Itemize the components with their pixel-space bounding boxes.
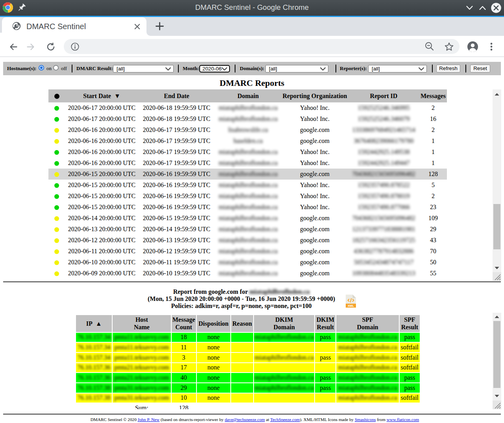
svg-text:XML: XML: [348, 304, 354, 308]
